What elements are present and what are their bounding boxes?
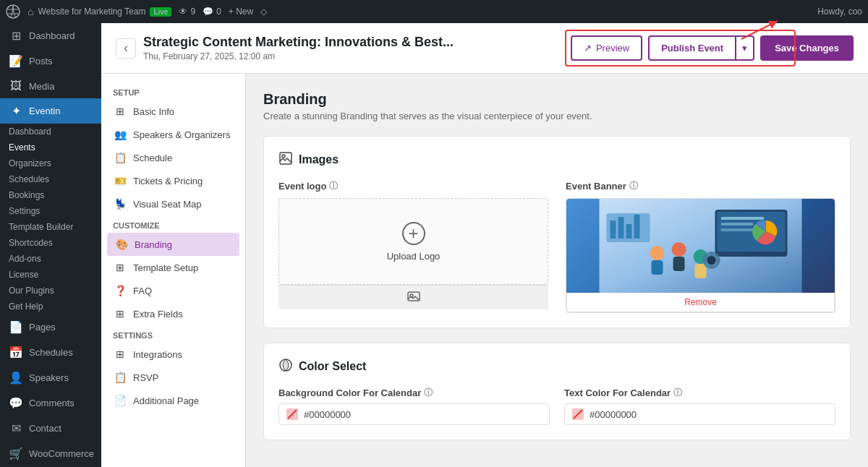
app-container: ⊞ Dashboard 📝 Posts 🖼 Media ✦ Eventin Da… xyxy=(0,23,868,467)
sidebar-sub-get-help[interactable]: Get Help xyxy=(0,299,101,314)
svg-rect-10 xyxy=(634,215,640,239)
logo-info-icon: ⓘ xyxy=(329,180,338,192)
sidebar-sub-addons[interactable]: Add-ons xyxy=(0,251,101,267)
sidebar-sub-bookings[interactable]: Bookings xyxy=(0,187,101,203)
sidebar-sub-settings[interactable]: Settings xyxy=(0,203,101,219)
sidebar-item-comments[interactable]: 💬 Comments xyxy=(0,390,101,416)
diamond-icon: ◇ xyxy=(260,7,267,17)
live-badge: Live xyxy=(150,7,171,17)
nav-schedule[interactable]: 📋 Schedule xyxy=(101,146,245,169)
event-header-left: ‹ Strategic Content Marketing: Innovatio… xyxy=(116,35,454,61)
svg-rect-28 xyxy=(716,259,720,262)
banner-column: Event Banner ⓘ xyxy=(566,180,835,313)
branding-description: Create a stunning Branding that serves a… xyxy=(263,111,851,121)
external-link-icon: ↗ xyxy=(584,43,592,53)
sidebar-sub-schedules[interactable]: Schedules xyxy=(0,171,101,187)
banner-container: Remove xyxy=(566,198,835,313)
speakers-organizers-icon: 👥 xyxy=(113,129,127,140)
logo-label: Event logo ⓘ xyxy=(278,180,548,192)
nav-integrations[interactable]: ⊞ Integrations xyxy=(101,343,245,366)
comment-count[interactable]: 💬 0 xyxy=(203,7,221,17)
sidebar-item-schedules2[interactable]: 📅 Schedules xyxy=(0,340,101,365)
wp-logo-icon[interactable] xyxy=(6,4,20,19)
nav-additional-page[interactable]: 📄 Additional Page xyxy=(101,389,245,412)
nav-faq[interactable]: ❓ FAQ xyxy=(101,279,245,302)
bg-color-input[interactable]: #00000000 xyxy=(278,403,550,425)
nav-basic-info[interactable]: ⊞ Basic Info xyxy=(101,100,245,123)
svg-rect-7 xyxy=(610,220,616,239)
sidebar-sub-organizers[interactable]: Organizers xyxy=(0,155,101,171)
svg-rect-27 xyxy=(703,259,707,262)
sidebar-item-eventin[interactable]: ✦ Eventin xyxy=(0,98,101,124)
sidebar-sub-events[interactable]: Events xyxy=(0,140,101,155)
save-changes-button[interactable]: Save Changes xyxy=(760,35,854,61)
nav-tickets-pricing[interactable]: 🎫 Tickets & Pricing xyxy=(101,169,245,192)
sidebar-sub-template-builder[interactable]: Template Builder xyxy=(0,219,101,235)
sidebar-sub-shortcodes[interactable]: Shortcodes xyxy=(0,235,101,251)
sidebar-item-woocommerce[interactable]: 🛒 WooCommerce xyxy=(0,441,101,466)
svg-rect-14 xyxy=(721,223,754,226)
basic-info-icon: ⊞ xyxy=(113,106,127,117)
text-color-input[interactable]: #00000000 xyxy=(564,403,835,425)
svg-rect-8 xyxy=(618,217,624,239)
sidebar-item-posts[interactable]: 📝 Posts xyxy=(0,48,101,74)
text-color-field: Text Color For Calendar ⓘ #00000000 xyxy=(564,387,835,425)
banner-label: Event Banner ⓘ xyxy=(566,180,835,192)
nav-template-setup[interactable]: ⊞ Template Setup xyxy=(101,256,245,279)
tickets-icon: 🎫 xyxy=(113,175,127,187)
nav-rsvp[interactable]: 📋 RSVP xyxy=(101,366,245,389)
logo-column: Event logo ⓘ + Upload Logo xyxy=(278,180,548,313)
color-select-icon xyxy=(278,358,293,375)
nav-visual-seat-map[interactable]: 💺 Visual Seat Map xyxy=(101,192,245,215)
image-upload-icon[interactable] xyxy=(407,290,420,305)
woocommerce-icon: 🛒 xyxy=(9,447,23,460)
color-card-title: Color Select xyxy=(278,358,835,375)
svg-rect-18 xyxy=(652,260,663,275)
svg-rect-1 xyxy=(280,153,292,164)
remove-banner-button[interactable]: Remove xyxy=(566,293,835,312)
main-area: ‹ Strategic Content Marketing: Innovatio… xyxy=(101,23,868,467)
preview-button[interactable]: ↗ Preview xyxy=(571,35,642,61)
bg-color-value: #00000000 xyxy=(304,409,351,420)
howdy-text: Howdy, coo xyxy=(817,7,862,17)
images-section-icon xyxy=(278,151,293,168)
images-card-title: Images xyxy=(278,151,835,168)
integrations-icon: ⊞ xyxy=(113,348,127,360)
text-color-info-icon: ⓘ xyxy=(673,387,682,399)
eventin-icon: ✦ xyxy=(9,104,23,118)
sidebar-sub-license[interactable]: License xyxy=(0,267,101,283)
svg-rect-25 xyxy=(710,252,713,256)
images-card: Images Event logo ⓘ + Upload Logo xyxy=(263,136,851,328)
content-area: Setup ⊞ Basic Info 👥 Speakers & Organize… xyxy=(101,74,868,467)
svg-point-17 xyxy=(650,246,665,260)
site-name[interactable]: ⌂ Website for Marketing Team Live xyxy=(27,6,171,17)
upload-logo-box[interactable]: + Upload Logo xyxy=(278,198,548,285)
bg-color-label: Background Color For Calendar ⓘ xyxy=(278,387,550,399)
main-content: Branding Create a stunning Branding that… xyxy=(246,74,868,467)
publish-event-button[interactable]: Publish Event xyxy=(648,35,736,61)
publish-group: Publish Event ▾ xyxy=(648,35,754,61)
nav-extra-fields[interactable]: ⊞ Extra Fields xyxy=(101,302,245,325)
sidebar-sub-our-plugins[interactable]: Our Plugins xyxy=(0,283,101,299)
color-grid: Background Color For Calendar ⓘ #0000000… xyxy=(278,387,835,425)
sidebar-sub-dashboard[interactable]: Dashboard xyxy=(0,124,101,140)
svg-rect-13 xyxy=(721,217,765,220)
svg-rect-20 xyxy=(673,257,685,271)
schedules-icon: 📅 xyxy=(9,346,23,359)
template-setup-icon: ⊞ xyxy=(113,262,127,273)
sidebar-item-contact[interactable]: ✉ Contact xyxy=(0,416,101,441)
sidebar-item-media[interactable]: 🖼 Media xyxy=(0,74,101,98)
media-icon: 🖼 xyxy=(9,80,23,93)
sidebar-item-pages[interactable]: 📄 Pages xyxy=(0,314,101,340)
back-button[interactable]: ‹ xyxy=(116,38,136,59)
left-nav: Setup ⊞ Basic Info 👥 Speakers & Organize… xyxy=(101,74,246,467)
new-button[interactable]: + New xyxy=(229,7,253,17)
sidebar-item-dashboard[interactable]: ⊞ Dashboard xyxy=(0,23,101,48)
view-count[interactable]: 👁 9 xyxy=(179,7,195,17)
bg-color-swatch-icon xyxy=(286,408,298,420)
sidebar-item-speakers[interactable]: 👤 Speakers xyxy=(0,365,101,390)
speakers-icon: 👤 xyxy=(9,371,23,385)
publish-dropdown-button[interactable]: ▾ xyxy=(736,35,754,61)
nav-speakers-organizers[interactable]: 👥 Speakers & Organizers xyxy=(101,123,245,146)
nav-branding[interactable]: 🎨 Branding xyxy=(107,233,239,256)
